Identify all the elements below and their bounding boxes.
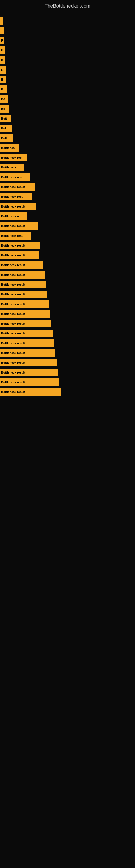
bottleneck-bar: Bottleneck result <box>0 281 46 288</box>
bottleneck-bar: Bottleneck result <box>0 222 38 230</box>
bottleneck-bar: Bottleneck result <box>0 310 50 318</box>
bottleneck-bar: Bottleneck resu <box>0 173 30 181</box>
bar-row: Bottleneck resu <box>0 192 135 201</box>
bottleneck-bar: Bottleneck result <box>0 251 39 259</box>
bottleneck-bar: Bott <box>0 134 13 142</box>
bar-row: E <box>0 75 135 84</box>
bottleneck-bar: Bottleneck result <box>0 300 49 308</box>
bottleneck-bar: B <box>0 56 5 64</box>
bottleneck-bar: Bottleneck result <box>0 271 45 279</box>
bottleneck-bar: Bottleneck result <box>0 349 55 357</box>
bar-row <box>0 26 135 35</box>
bottleneck-bar: Bottleneck result <box>0 378 59 386</box>
bottleneck-bar: Bottleneck result <box>0 339 54 347</box>
bar-row: Bottleneck result <box>0 271 135 279</box>
bottleneck-bar: Bottleneck result <box>0 369 58 376</box>
site-title: TheBottlenecker.com <box>0 0 135 11</box>
bar-row: Bottleneck resu <box>0 231 135 240</box>
bottleneck-bar: Bottleneck result <box>0 320 51 328</box>
bar-row: Bott <box>0 114 135 123</box>
bar-row: Bottleneck result <box>0 280 135 289</box>
bar-row: Bottleneck res <box>0 153 135 162</box>
bar-row: Bottleneck result <box>0 290 135 299</box>
bottleneck-bar: B <box>0 86 7 93</box>
bottleneck-bar: F <box>0 46 5 54</box>
bar-row: Bottleneck result <box>0 202 135 211</box>
bar-row: Bottlenec <box>0 144 135 152</box>
bar-row: Bottleneck result <box>0 183 135 191</box>
bottleneck-bar: Bot <box>0 124 12 132</box>
bar-row: Bottleneck result <box>0 388 135 396</box>
bar-row: Bottleneck result <box>0 348 135 357</box>
bar-row: B <box>0 85 135 94</box>
bottleneck-bar: Bottleneck result <box>0 203 37 210</box>
bottleneck-bar: Bottleneck resu <box>0 232 31 240</box>
bottleneck-bar: Bo <box>0 105 9 113</box>
bottleneck-bar: Bottleneck <box>0 163 24 171</box>
bar-row: Bottleneck result <box>0 319 135 328</box>
bar-row: Bottleneck <box>0 163 135 172</box>
bottleneck-bar: Bottleneck result <box>0 242 40 249</box>
bottleneck-bar: Bottleneck re <box>0 212 27 220</box>
bottleneck-bar: E <box>0 66 6 73</box>
bar-row: E <box>0 65 135 74</box>
bar-row: F <box>0 46 135 55</box>
bottleneck-bar: Bott <box>0 115 11 122</box>
bar-row: Bottleneck result <box>0 241 135 250</box>
bar-row: Bottleneck result <box>0 222 135 230</box>
bottleneck-bar: Bottleneck result <box>0 330 53 337</box>
bar-row: Bo <box>0 95 135 103</box>
bottleneck-bar: Bottleneck result <box>0 290 47 298</box>
bar-row: Bottleneck result <box>0 339 135 347</box>
bottleneck-bar: Bo <box>0 95 8 103</box>
bar-row: Bottleneck result <box>0 261 135 269</box>
bottleneck-bar: Bottleneck result <box>0 359 57 367</box>
bottleneck-bar: E <box>0 76 6 83</box>
bar-row: Bottleneck result <box>0 368 135 377</box>
bottleneck-bar <box>0 17 3 25</box>
bottleneck-bar: Bottleneck res <box>0 154 27 161</box>
bar-row: Bottleneck result <box>0 251 135 259</box>
bottleneck-bar <box>0 27 4 34</box>
bottleneck-bar: F <box>0 37 4 44</box>
bar-row: Bottleneck resu <box>0 173 135 182</box>
bar-row: Bottleneck result <box>0 358 135 367</box>
bar-row: Bottleneck result <box>0 310 135 318</box>
bar-row: B <box>0 56 135 64</box>
bar-row: Bottleneck re <box>0 212 135 220</box>
bar-row: Bottleneck result <box>0 378 135 386</box>
bar-row: Bot <box>0 124 135 133</box>
bar-row <box>0 17 135 25</box>
bottleneck-bar: Bottleneck result <box>0 388 61 396</box>
bar-row: Bo <box>0 104 135 113</box>
bar-row: Bott <box>0 134 135 143</box>
bottleneck-bar: Bottleneck result <box>0 261 43 269</box>
bottleneck-bar: Bottleneck result <box>0 183 35 191</box>
bottleneck-bar: Bottlenec <box>0 144 19 152</box>
bottleneck-bar: Bottleneck resu <box>0 193 32 200</box>
bar-row: Bottleneck result <box>0 329 135 338</box>
bars-container: FFBEEBBoBoBottBotBottBottlenecBottleneck… <box>0 11 135 397</box>
bar-row: F <box>0 36 135 45</box>
bar-row: Bottleneck result <box>0 300 135 308</box>
